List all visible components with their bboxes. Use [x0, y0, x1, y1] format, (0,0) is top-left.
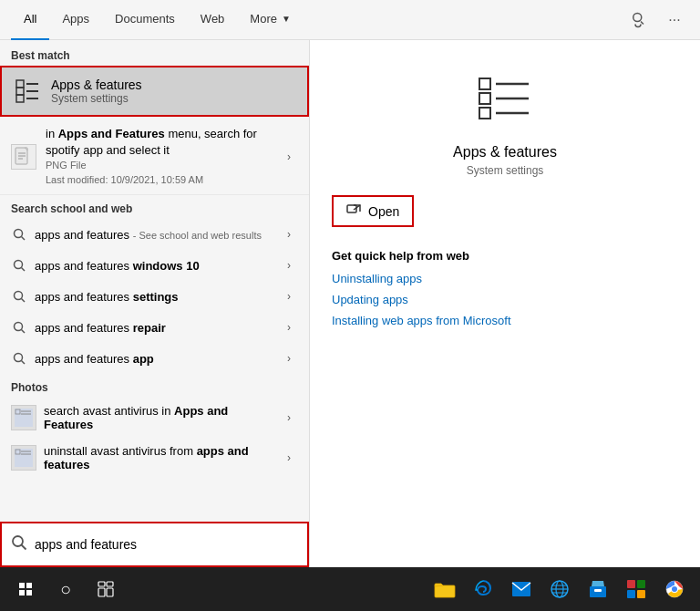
taskbar-browser[interactable]	[541, 571, 578, 607]
svg-point-29	[13, 536, 23, 546]
search-result-text-3: apps and features settings	[35, 290, 273, 304]
search-bar	[0, 522, 309, 567]
user-search-icon[interactable]	[623, 5, 653, 35]
svg-point-15	[15, 292, 23, 300]
svg-line-12	[22, 237, 26, 241]
file-result-title: in Apps and Features menu, search for sp…	[46, 126, 271, 159]
svg-line-14	[22, 268, 26, 272]
taskbar-store[interactable]	[580, 571, 616, 607]
svg-rect-32	[479, 93, 490, 104]
search-loop-icon-1	[11, 226, 27, 243]
photos-label: Photos	[0, 374, 309, 398]
open-button-label: Open	[368, 204, 399, 219]
svg-rect-56	[637, 580, 645, 588]
svg-rect-3	[16, 95, 24, 102]
svg-rect-47	[512, 582, 530, 596]
tab-web[interactable]: Web	[188, 0, 238, 40]
svg-rect-40	[19, 590, 25, 595]
svg-rect-31	[479, 78, 490, 89]
file-result-item[interactable]: in Apps and Features menu, search for sp…	[0, 119, 309, 195]
best-match-item[interactable]: Apps & features System settings	[0, 66, 309, 117]
more-options-icon[interactable]: ···	[660, 5, 689, 35]
svg-point-0	[633, 13, 642, 21]
file-result-type: PNG File	[46, 159, 271, 172]
svg-point-61	[672, 586, 677, 592]
search-loop-icon-5	[11, 350, 27, 367]
photo-result-1[interactable]: search avast antivirus in Apps and Featu…	[0, 398, 309, 438]
best-match-label: Best match	[0, 40, 309, 66]
search-result-text-4: apps and features repair	[35, 321, 273, 335]
search-result-1[interactable]: apps and features - See school and web r…	[0, 219, 309, 250]
svg-rect-44	[98, 588, 105, 596]
search-result-3[interactable]: apps and features settings ›	[0, 281, 309, 312]
svg-line-30	[22, 545, 26, 550]
search-result-arrow-5: ›	[280, 349, 298, 368]
app-detail-icon	[472, 67, 538, 133]
search-result-arrow-4: ›	[280, 318, 298, 337]
photo-result-text-1: search avast antivirus in Apps and Featu…	[44, 404, 273, 431]
search-result-4[interactable]: apps and features repair ›	[0, 312, 309, 343]
nav-action-icons: ···	[623, 5, 689, 35]
search-bar-icon	[11, 534, 27, 554]
search-result-text-1: apps and features - See school and web r…	[35, 228, 273, 242]
svg-point-11	[15, 230, 23, 238]
search-result-text-2: apps and features windows 10	[35, 259, 273, 273]
search-result-arrow-1: ›	[280, 225, 298, 243]
svg-rect-57	[627, 590, 635, 598]
svg-point-19	[15, 354, 23, 362]
taskbar-edge[interactable]	[465, 571, 501, 607]
taskbar-app-icons	[427, 571, 693, 607]
search-loop-icon-3	[11, 288, 27, 305]
search-result-text-5: apps and features app	[35, 352, 273, 366]
open-button[interactable]: Open	[332, 195, 414, 227]
tab-apps[interactable]: Apps	[49, 0, 102, 40]
taskbar-search-button[interactable]: ○	[47, 571, 84, 607]
main-area: Best match Apps & features System settin…	[0, 40, 700, 567]
tab-all[interactable]: All	[11, 0, 49, 40]
svg-line-18	[22, 330, 26, 334]
photo-result-arrow-1: ›	[280, 409, 298, 427]
search-result-2[interactable]: apps and features windows 10 ›	[0, 250, 309, 281]
svg-point-13	[15, 261, 23, 269]
quick-help-label: Get quick help from web	[332, 249, 678, 263]
svg-rect-46	[435, 585, 455, 597]
search-result-5[interactable]: apps and features app ›	[0, 343, 309, 374]
taskbar-chrome[interactable]	[656, 571, 693, 607]
photo-thumb-1	[11, 405, 36, 430]
help-link-1[interactable]: Uninstalling apps	[332, 272, 678, 285]
search-school-label: Search school and web	[0, 195, 309, 219]
svg-line-16	[22, 299, 26, 303]
taskbar-mail[interactable]	[503, 571, 540, 607]
taskbar-app-red[interactable]	[618, 571, 654, 607]
help-link-3[interactable]: Installing web apps from Microsoft	[332, 314, 678, 327]
file-thumbnail-icon	[11, 144, 36, 170]
photo-result-arrow-2: ›	[280, 449, 298, 467]
search-result-arrow-3: ›	[280, 287, 298, 306]
taskbar-file-explorer[interactable]	[427, 571, 463, 607]
photo-result-2[interactable]: uninstall avast antivirus from apps and …	[0, 438, 309, 478]
help-link-2[interactable]: Updating apps	[332, 293, 678, 306]
best-match-title: Apps & features	[51, 78, 296, 92]
app-detail-title: Apps & features	[332, 144, 678, 161]
svg-line-20	[22, 361, 26, 365]
taskbar-taskview-button[interactable]	[88, 571, 124, 607]
file-result-modified: Last modified: 10/9/2021, 10:59 AM	[46, 173, 271, 187]
start-button[interactable]	[7, 571, 44, 607]
tab-more[interactable]: More ▼	[237, 0, 304, 40]
more-label: More	[250, 12, 277, 26]
right-panel: Apps & features System settings Open Get…	[310, 40, 700, 567]
tab-documents[interactable]: Documents	[102, 0, 188, 40]
search-loop-icon-4	[11, 319, 27, 336]
svg-rect-39	[26, 583, 32, 588]
search-loop-icon-2	[11, 257, 27, 274]
svg-rect-58	[637, 590, 645, 598]
taskbar: ○	[0, 567, 700, 611]
svg-rect-43	[107, 582, 113, 586]
svg-rect-41	[26, 590, 32, 595]
svg-rect-42	[98, 582, 105, 586]
svg-rect-2	[16, 88, 24, 95]
svg-rect-38	[19, 583, 25, 588]
search-input[interactable]	[35, 537, 298, 552]
best-match-text: Apps & features System settings	[51, 78, 296, 105]
left-panel: Best match Apps & features System settin…	[0, 40, 310, 567]
